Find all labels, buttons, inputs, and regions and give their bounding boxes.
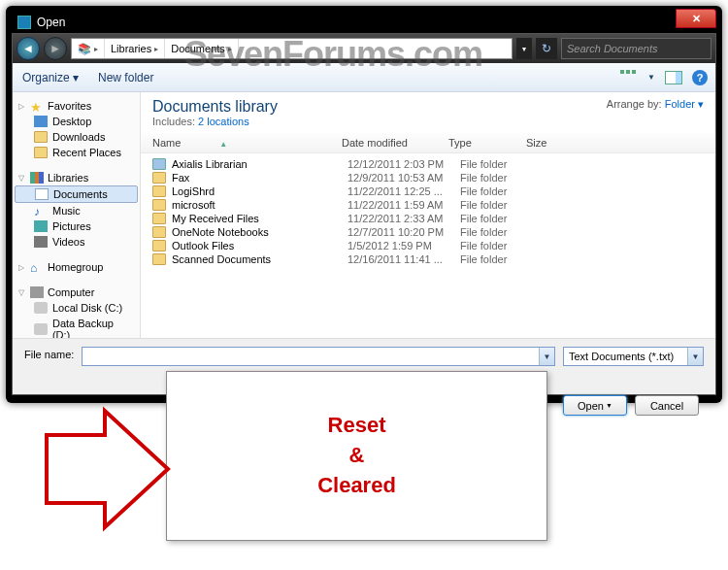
file-name: My Received Files xyxy=(172,213,342,224)
back-button[interactable]: ◄ xyxy=(17,37,40,60)
filename-dropdown-icon[interactable]: ▼ xyxy=(539,348,554,365)
file-type: File folder xyxy=(460,226,538,238)
column-headers[interactable]: Name▲ Date modified Type Size xyxy=(141,133,715,153)
open-dialog: Open ✕ ◄ ► 📚▸ Libraries▸ Documents▸ ▾ ↻ … xyxy=(6,6,722,403)
col-date[interactable]: Date modified xyxy=(342,137,448,149)
file-type: File folder xyxy=(460,240,538,251)
file-row[interactable]: Fax12/9/2011 10:53 AMFile folder xyxy=(149,171,708,184)
library-title: Documents library xyxy=(152,98,278,116)
sidebar-item-documents[interactable]: Documents xyxy=(15,185,138,203)
arrange-value[interactable]: Folder ▾ xyxy=(665,98,704,110)
file-type: File folder xyxy=(460,172,538,184)
file-date: 12/12/2011 2:03 PM xyxy=(347,158,454,170)
folder-icon xyxy=(152,185,166,197)
sidebar-item-desktop[interactable]: Desktop xyxy=(13,114,140,129)
col-type[interactable]: Type xyxy=(448,137,526,149)
forward-button[interactable]: ► xyxy=(44,37,67,60)
file-name: Scanned Documents xyxy=(172,253,342,265)
file-name: Outlook Files xyxy=(172,240,342,251)
file-row[interactable]: OneNote Notebooks12/7/2011 10:20 PMFile … xyxy=(149,225,708,239)
view-dropdown[interactable]: ▼ xyxy=(647,73,655,82)
file-name: microsoft xyxy=(172,199,342,211)
file-list: Axialis Librarian12/12/2011 2:03 PMFile … xyxy=(141,153,715,270)
folder-icon xyxy=(152,199,166,211)
file-type: File folder xyxy=(460,185,538,197)
folder-icon xyxy=(152,172,166,184)
content-pane: Documents library Includes: 2 locations … xyxy=(141,92,715,338)
file-date: 12/9/2011 10:53 AM xyxy=(347,172,454,184)
favorites-header[interactable]: ▷★Favorites xyxy=(13,98,140,114)
file-name: Fax xyxy=(172,172,342,184)
file-type: File folder xyxy=(460,158,538,170)
file-date: 12/16/2011 11:41 ... xyxy=(347,253,454,265)
filename-dropdown-panel: Reset & Cleared xyxy=(166,371,547,541)
file-row[interactable]: Scanned Documents12/16/2011 11:41 ...Fil… xyxy=(149,252,708,266)
homegroup-header[interactable]: ▷⌂Homegroup xyxy=(13,259,140,275)
address-dropdown[interactable]: ▾ xyxy=(516,38,532,59)
includes-link[interactable]: 2 locations xyxy=(198,116,249,127)
breadcrumb-documents[interactable]: Documents▸ xyxy=(165,39,239,58)
file-date: 11/22/2011 1:59 AM xyxy=(347,199,454,211)
chevron-down-icon: ▼ xyxy=(687,348,703,365)
cancel-button[interactable]: Cancel xyxy=(635,395,699,416)
file-name: OneNote Notebooks xyxy=(172,226,342,238)
file-name: Axialis Librarian xyxy=(172,158,342,170)
sidebar-item-d-drive[interactable]: Data Backup (D:) xyxy=(13,316,140,338)
file-date: 11/22/2011 2:33 AM xyxy=(347,213,454,224)
refresh-button[interactable]: ↻ xyxy=(536,38,557,59)
folder-icon xyxy=(152,213,166,224)
file-date: 1/5/2012 1:59 PM xyxy=(347,240,454,251)
address-bar[interactable]: 📚▸ Libraries▸ Documents▸ xyxy=(71,38,513,59)
sidebar-item-music[interactable]: ♪Music xyxy=(13,203,140,218)
file-date: 11/22/2011 12:25 ... xyxy=(347,185,454,197)
includes-label: Includes: xyxy=(152,116,195,127)
folder-icon xyxy=(152,253,166,265)
close-button[interactable]: ✕ xyxy=(676,9,716,28)
file-date: 12/7/2011 10:20 PM xyxy=(347,226,454,238)
filetype-select[interactable]: Text Documents (*.txt)▼ xyxy=(563,347,704,366)
breadcrumb-libraries[interactable]: Libraries▸ xyxy=(105,39,165,58)
computer-header[interactable]: ▽Computer xyxy=(13,285,140,300)
arrow-annotation xyxy=(37,406,182,536)
file-row[interactable]: Axialis Librarian12/12/2011 2:03 PMFile … xyxy=(149,157,708,171)
breadcrumb-root[interactable]: 📚▸ xyxy=(72,39,105,58)
file-name: LogiShrd xyxy=(172,185,342,197)
app-icon xyxy=(17,16,31,29)
annotation-line3: Cleared xyxy=(317,471,396,501)
folder-icon xyxy=(152,226,166,238)
view-options-button[interactable] xyxy=(620,70,638,85)
annotation-line1: Reset xyxy=(317,411,396,441)
titlebar[interactable]: Open ✕ xyxy=(12,12,716,33)
navigation-pane: ▷★Favorites Desktop Downloads Recent Pla… xyxy=(13,92,141,338)
nav-bar: ◄ ► 📚▸ Libraries▸ Documents▸ ▾ ↻ Search … xyxy=(13,34,715,63)
open-button[interactable]: Open ▼ xyxy=(563,395,627,416)
filename-label: File name: xyxy=(24,347,74,360)
filename-input[interactable]: ▼ xyxy=(82,347,555,366)
file-row[interactable]: microsoft11/22/2011 1:59 AMFile folder xyxy=(149,198,708,212)
new-folder-button[interactable]: New folder xyxy=(98,71,153,84)
preview-pane-button[interactable] xyxy=(665,71,682,84)
folder-icon xyxy=(152,240,166,251)
col-name[interactable]: Name▲ xyxy=(152,137,342,149)
sidebar-item-pictures[interactable]: Pictures xyxy=(13,218,140,234)
help-button[interactable]: ? xyxy=(692,70,708,85)
toolbar: Organize ▾ New folder ▼ ? xyxy=(13,63,715,92)
sidebar-item-downloads[interactable]: Downloads xyxy=(13,129,140,145)
file-row[interactable]: Outlook Files1/5/2012 1:59 PMFile folder xyxy=(149,239,708,252)
folder-icon xyxy=(152,158,166,170)
arrange-label: Arrange by: xyxy=(607,98,662,110)
sidebar-item-c-drive[interactable]: Local Disk (C:) xyxy=(13,300,140,316)
file-type: File folder xyxy=(460,199,538,211)
file-type: File folder xyxy=(460,213,538,224)
search-input[interactable]: Search Documents xyxy=(561,38,711,59)
col-size[interactable]: Size xyxy=(526,137,584,149)
file-row[interactable]: LogiShrd11/22/2011 12:25 ...File folder xyxy=(149,184,708,198)
sidebar-item-videos[interactable]: Videos xyxy=(13,234,140,250)
window-title: Open xyxy=(37,16,65,29)
organize-button[interactable]: Organize ▾ xyxy=(22,71,79,84)
libraries-header[interactable]: ▽Libraries xyxy=(13,170,140,185)
sidebar-item-recent[interactable]: Recent Places xyxy=(13,145,140,160)
file-row[interactable]: My Received Files11/22/2011 2:33 AMFile … xyxy=(149,212,708,225)
annotation-line2: & xyxy=(317,441,396,471)
file-type: File folder xyxy=(460,253,538,265)
